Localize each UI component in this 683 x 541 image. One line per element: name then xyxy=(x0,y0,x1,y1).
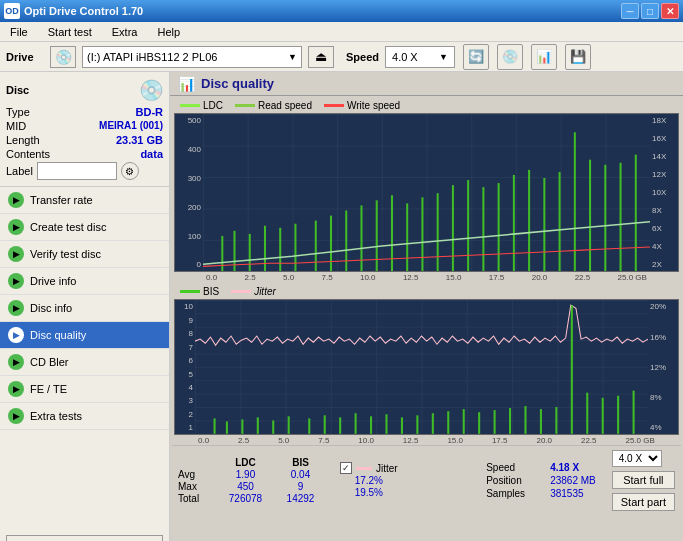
svg-rect-20 xyxy=(498,183,500,271)
svg-rect-32 xyxy=(214,419,216,434)
sidebar-item-verify-test-disc[interactable]: ▶ Verify test disc xyxy=(0,241,169,268)
sidebar-item-create-test-disc[interactable]: ▶ Create test disc xyxy=(0,214,169,241)
disc-length-value: 23.31 GB xyxy=(116,134,163,146)
svg-rect-22 xyxy=(528,170,530,272)
chart2-x-axis: 0.02.55.07.510.012.515.017.520.022.525.0… xyxy=(196,436,657,445)
chart2-y-10: 10 xyxy=(177,302,193,311)
speed-stats: Speed 4.18 X Position 23862 MB Samples 3… xyxy=(486,462,596,499)
cd-bler-icon: ▶ xyxy=(8,354,24,370)
save-button[interactable]: 💾 xyxy=(565,44,591,70)
disc-quality-header: 📊 Disc quality xyxy=(170,72,683,96)
drive-dropdown[interactable]: (I:) ATAPI iHBS112 2 PL06 ▼ xyxy=(82,46,302,68)
stats-max-label: Max xyxy=(178,481,218,492)
chart1-y-0: 0 xyxy=(177,260,201,269)
chart2-yr-20: 20% xyxy=(650,302,676,311)
chart1-y-200: 200 xyxy=(177,203,201,212)
drive-arrow-icon: ▼ xyxy=(288,52,297,62)
maximize-button[interactable]: □ xyxy=(641,3,659,19)
chart2-y-4: 4 xyxy=(177,383,193,392)
disc-label-label: Label xyxy=(6,165,33,177)
position-label: Position xyxy=(486,475,546,486)
status-window-button[interactable]: Status window > > xyxy=(6,535,163,541)
menu-start-test[interactable]: Start test xyxy=(42,24,98,40)
disc-mid-value: MEIRA1 (001) xyxy=(99,120,163,132)
sidebar: Disc 💿 Type BD-R MID MEIRA1 (001) Length… xyxy=(0,72,170,541)
speed-label: Speed xyxy=(346,51,379,63)
svg-rect-26 xyxy=(589,160,591,272)
jitter-checkbox[interactable]: ✓ xyxy=(340,462,352,474)
svg-rect-51 xyxy=(509,409,511,435)
svg-rect-7 xyxy=(294,224,296,272)
svg-rect-28 xyxy=(620,163,622,272)
sidebar-item-extra-tests[interactable]: ▶ Extra tests xyxy=(0,403,169,430)
svg-rect-46 xyxy=(432,414,434,435)
disc-label-icon[interactable]: ⚙ xyxy=(121,162,139,180)
svg-rect-4 xyxy=(249,234,251,272)
chart2-legend: BIS Jitter xyxy=(172,284,681,299)
app-title: Opti Drive Control 1.70 xyxy=(24,5,143,17)
chart2-y-7: 7 xyxy=(177,343,193,352)
chart1-yr-2x: 2X xyxy=(652,260,676,269)
start-full-button[interactable]: Start full xyxy=(612,471,675,489)
sidebar-transfer-rate-label: Transfer rate xyxy=(30,194,93,206)
chart1-yr-4x: 4X xyxy=(652,242,676,251)
compare-button[interactable]: 📊 xyxy=(531,44,557,70)
svg-rect-57 xyxy=(602,398,604,434)
svg-rect-10 xyxy=(345,211,347,272)
eject-button[interactable]: ⏏ xyxy=(308,46,334,68)
svg-rect-24 xyxy=(559,172,561,272)
svg-rect-43 xyxy=(385,415,387,435)
refresh-button[interactable]: 🔄 xyxy=(463,44,489,70)
svg-rect-48 xyxy=(463,410,465,435)
verify-test-disc-icon: ▶ xyxy=(8,246,24,262)
jitter-section: ✓ Jitter 17.2% 19.5% xyxy=(340,462,398,499)
svg-rect-14 xyxy=(406,203,408,271)
speed-arrow-icon: ▼ xyxy=(439,52,448,62)
svg-rect-49 xyxy=(478,413,480,435)
start-part-button[interactable]: Start part xyxy=(612,493,675,511)
svg-rect-47 xyxy=(447,412,449,435)
stats-area: LDC BIS Avg 1.90 0.04 Max 450 9 xyxy=(172,445,681,515)
sidebar-item-cd-bler[interactable]: ▶ CD Bler xyxy=(0,349,169,376)
sidebar-drive-info-label: Drive info xyxy=(30,275,76,287)
disc-length-label: Length xyxy=(6,134,40,146)
menu-extra[interactable]: Extra xyxy=(106,24,144,40)
title-bar: OD Opti Drive Control 1.70 ─ □ ✕ xyxy=(0,0,683,22)
svg-rect-55 xyxy=(571,306,573,435)
chart1-y-300: 300 xyxy=(177,174,201,183)
menu-help[interactable]: Help xyxy=(151,24,186,40)
minimize-button[interactable]: ─ xyxy=(621,3,639,19)
sidebar-item-fe-te[interactable]: ▶ FE / TE xyxy=(0,376,169,403)
create-test-disc-icon: ▶ xyxy=(8,219,24,235)
disc-contents-value: data xyxy=(140,148,163,160)
ldc-legend-color xyxy=(180,104,200,107)
svg-rect-38 xyxy=(308,419,310,434)
disc-section-icon[interactable]: 💿 xyxy=(139,78,163,102)
sidebar-item-disc-info[interactable]: ▶ Disc info xyxy=(0,295,169,322)
speed-value: 4.0 X xyxy=(392,51,418,63)
chart2-yr-16: 16% xyxy=(650,333,676,342)
disc-button[interactable]: 💿 xyxy=(497,44,523,70)
speed-dropdown[interactable]: 4.0 X ▼ xyxy=(385,46,455,68)
chart1-legend: LDC Read speed Write speed xyxy=(172,98,681,113)
extra-tests-icon: ▶ xyxy=(8,408,24,424)
sidebar-item-disc-quality[interactable]: ▶ Disc quality xyxy=(0,322,169,349)
close-button[interactable]: ✕ xyxy=(661,3,679,19)
svg-rect-23 xyxy=(543,178,545,271)
chart2-y-9: 9 xyxy=(177,316,193,325)
chart1-yr-16x: 16X xyxy=(652,134,676,143)
disc-info-icon: ▶ xyxy=(8,300,24,316)
menu-file[interactable]: File xyxy=(4,24,34,40)
svg-rect-8 xyxy=(315,221,317,272)
sidebar-item-drive-info[interactable]: ▶ Drive info xyxy=(0,268,169,295)
svg-rect-15 xyxy=(421,197,423,271)
quality-speed-select[interactable]: 4.0 X 2.0 X 8.0 X xyxy=(612,450,662,467)
content-area: 📊 Disc quality LDC Read speed Write spee… xyxy=(170,72,683,541)
sidebar-item-transfer-rate[interactable]: ▶ Transfer rate xyxy=(0,187,169,214)
chart2-yr-4: 4% xyxy=(650,423,676,432)
chart1-svg xyxy=(203,114,650,271)
write-speed-legend-label: Write speed xyxy=(347,100,400,111)
chart1-y-500: 500 xyxy=(177,116,201,125)
ldc-legend-label: LDC xyxy=(203,100,223,111)
disc-label-input[interactable] xyxy=(37,162,117,180)
